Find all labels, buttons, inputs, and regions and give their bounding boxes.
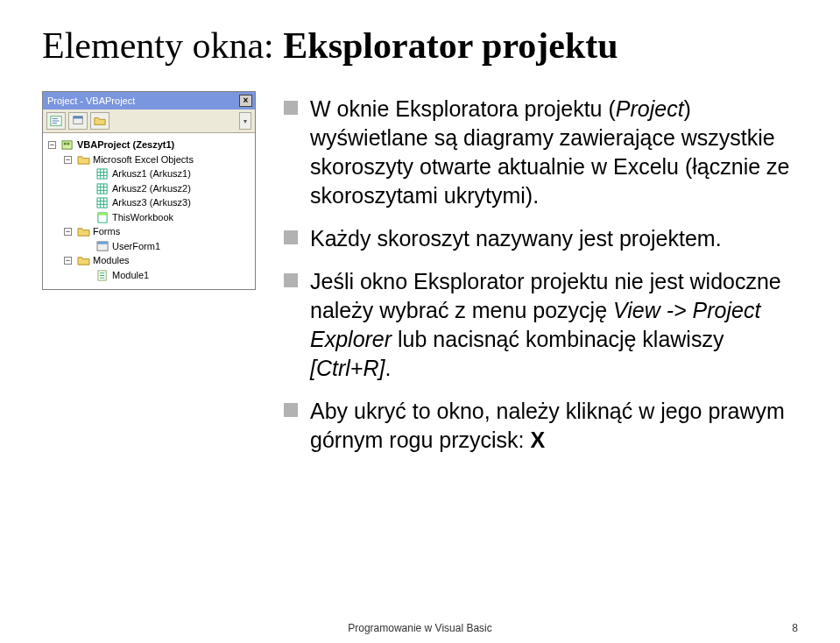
tree-sheet-item[interactable]: Arkusz3 (Arkusz3) xyxy=(46,195,251,210)
folder-label: Forms xyxy=(93,224,120,239)
explorer-toolbar: ▾ xyxy=(43,110,255,133)
tree-project-root[interactable]: − VBAProject (Zeszyt1) xyxy=(46,138,251,152)
toggle-folders-button[interactable] xyxy=(90,112,109,130)
worksheet-icon xyxy=(95,182,109,194)
list-item: Aby ukryć to okno, należy kliknąć w jego… xyxy=(284,397,798,455)
collapse-icon[interactable]: − xyxy=(64,156,72,164)
title-bold: Eksplorator projektu xyxy=(283,25,618,66)
text-frag: . xyxy=(385,356,391,380)
bullet-text: W oknie Eksploratora projektu (Project) … xyxy=(310,95,798,210)
text-frag: Aby ukryć to okno, należy kliknąć w jego… xyxy=(310,399,785,452)
svg-rect-7 xyxy=(63,143,66,145)
list-item: Każdy skoroszyt nazywany jest projektem. xyxy=(284,224,798,253)
folder-icon xyxy=(76,255,90,267)
sheet-label: Arkusz2 (Arkusz2) xyxy=(112,181,191,196)
collapse-icon[interactable]: − xyxy=(48,141,56,149)
text-italic: Project xyxy=(616,96,684,121)
tree-thisworkbook-item[interactable]: ThisWorkbook xyxy=(46,210,251,225)
svg-rect-6 xyxy=(62,141,72,149)
project-tree[interactable]: − VBAProject (Zeszyt1) − Microsoft Excel… xyxy=(43,133,255,289)
tree-module-item[interactable]: Module1 xyxy=(46,268,251,283)
bullet-icon xyxy=(284,273,298,287)
bullet-text: Każdy skoroszyt nazywany jest projektem. xyxy=(310,224,722,253)
module-label: Module1 xyxy=(112,268,149,283)
form-label: UserForm1 xyxy=(112,239,160,254)
explorer-titlebar: Project - VBAProject × xyxy=(43,92,255,110)
view-object-icon xyxy=(72,115,84,127)
collapse-icon[interactable]: − xyxy=(64,257,72,265)
folder-icon xyxy=(76,153,90,166)
tree-form-item[interactable]: UserForm1 xyxy=(46,239,251,254)
tree-folder-modules[interactable]: − Modules xyxy=(46,253,251,268)
sheet-label: Arkusz1 (Arkusz1) xyxy=(112,166,191,181)
workbook-icon xyxy=(95,211,109,223)
title-plain: Elementy okna: xyxy=(42,25,283,66)
text-frag: lub nacisnąć kombinację klawiszy xyxy=(392,327,724,351)
view-code-icon xyxy=(50,115,62,127)
bullet-icon xyxy=(284,230,298,244)
text-bold: X xyxy=(530,427,545,452)
toolbar-dropdown[interactable]: ▾ xyxy=(239,112,251,130)
worksheet-icon xyxy=(95,197,109,209)
list-item: W oknie Eksploratora projektu (Project) … xyxy=(284,95,798,210)
svg-rect-27 xyxy=(97,241,108,244)
slide-title: Elementy okna: Eksplorator projektu xyxy=(42,25,798,67)
bullet-text: Aby ukryć to okno, należy kliknąć w jego… xyxy=(310,397,798,455)
sheet-label: Arkusz3 (Arkusz3) xyxy=(112,195,191,210)
module-icon xyxy=(95,269,109,281)
tree-sheet-item[interactable]: Arkusz2 (Arkusz2) xyxy=(46,181,251,196)
svg-rect-14 xyxy=(97,183,107,193)
userform-icon xyxy=(95,240,109,252)
view-object-button[interactable] xyxy=(68,112,88,130)
text-frag: W oknie Eksploratora projektu ( xyxy=(310,96,616,121)
worksheet-icon xyxy=(95,168,109,180)
tree-sheet-item[interactable]: Arkusz1 (Arkusz1) xyxy=(46,166,251,181)
folder-icon xyxy=(94,115,106,127)
folder-label: Microsoft Excel Objects xyxy=(93,152,194,167)
bullet-icon xyxy=(284,403,298,417)
tree-folder-objects[interactable]: − Microsoft Excel Objects xyxy=(46,152,251,167)
svg-rect-8 xyxy=(67,143,69,145)
project-explorer-window: Project - VBAProject × xyxy=(42,91,256,290)
text-italic: [Ctrl+R] xyxy=(310,356,385,380)
bullet-icon xyxy=(284,101,298,115)
list-item: Jeśli okno Eksplorator projektu nie jest… xyxy=(284,267,798,383)
tree-folder-forms[interactable]: − Forms xyxy=(46,224,251,239)
explorer-title-text: Project - VBAProject xyxy=(47,95,135,106)
collapse-icon[interactable]: − xyxy=(64,228,72,236)
footer-text: Programowanie w Visual Basic xyxy=(0,622,840,634)
bullet-text: Jeśli okno Eksplorator projektu nie jest… xyxy=(310,267,798,383)
close-button[interactable]: × xyxy=(239,95,252,107)
svg-rect-5 xyxy=(74,117,83,119)
thisworkbook-label: ThisWorkbook xyxy=(112,210,173,225)
svg-rect-19 xyxy=(97,198,107,208)
project-icon xyxy=(60,139,74,152)
folder-label: Modules xyxy=(93,253,130,268)
view-code-button[interactable] xyxy=(46,112,66,130)
folder-icon xyxy=(76,226,90,238)
svg-rect-9 xyxy=(97,169,107,179)
page-number: 8 xyxy=(792,622,798,634)
svg-rect-25 xyxy=(97,212,106,215)
project-root-label: VBAProject (Zeszyt1) xyxy=(77,138,174,152)
bullet-list: W oknie Eksploratora projektu (Project) … xyxy=(284,91,798,469)
